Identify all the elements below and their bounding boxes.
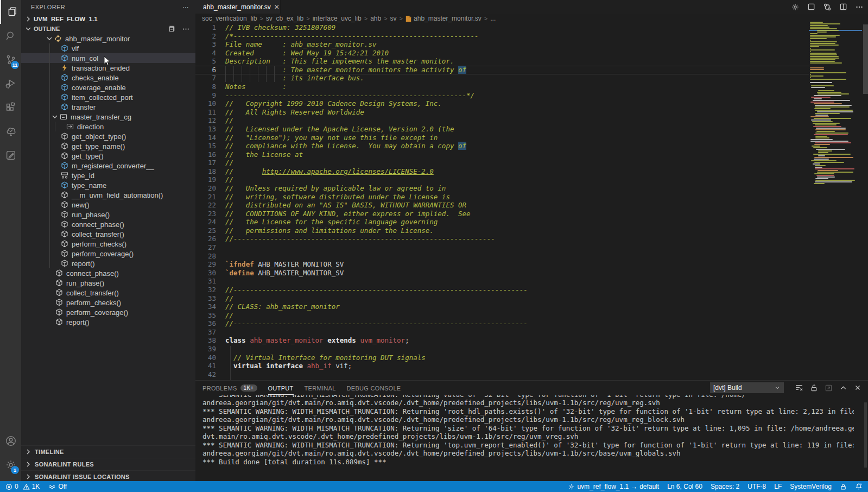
- output-console[interactable]: *** SEMANTIC WARNING: WIDTH_MISMATCH_TRU…: [202, 395, 854, 481]
- timeline-section[interactable]: TIMELINE: [21, 445, 195, 458]
- tab-close-icon[interactable]: ✕: [274, 3, 280, 11]
- notifications-bell-icon[interactable]: [855, 483, 863, 490]
- outline-item-perform_coverage[interactable]: perform_coverage(): [21, 249, 195, 258]
- settings-gear-icon[interactable]: [791, 3, 800, 11]
- code-line[interactable]: 9---------------------------------------…: [195, 91, 809, 100]
- outline-item-master_transfer_cg[interactable]: master_transfer_cg: [21, 112, 195, 122]
- code-line[interactable]: 22// distributed on an "AS IS" BASIS, WI…: [195, 201, 809, 210]
- code-line[interactable]: 7 : its interface bus.: [195, 74, 809, 83]
- outline-item-direction[interactable]: direction: [21, 122, 195, 131]
- outline-section-header[interactable]: OUTLINE: [21, 24, 195, 34]
- code-line[interactable]: 2/*-------------------------------------…: [195, 32, 809, 41]
- code-line[interactable]: 30`define AHB_MASTER_MONITOR_SV: [195, 269, 809, 277]
- clear-output-icon[interactable]: [795, 383, 803, 392]
- encoding[interactable]: UTF-8: [747, 483, 766, 490]
- outline-item-run_phase[interactable]: run_phase(): [21, 210, 195, 219]
- outline-item-new[interactable]: new(): [21, 200, 195, 210]
- outline-item-perform_checks[interactable]: perform_checks(): [21, 298, 195, 307]
- code-line[interactable]: 15// compliance with the License. You ma…: [195, 142, 809, 150]
- minimap[interactable]: [809, 22, 862, 195]
- search-icon[interactable]: [0, 24, 21, 48]
- outline-item-coverage_enable[interactable]: coverage_enable: [21, 83, 195, 92]
- code-line[interactable]: 6 : The master monitor monitors the acti…: [195, 66, 809, 74]
- code-editor[interactable]: 1// IVB checksum: 32518076092/*---------…: [195, 23, 809, 380]
- code-line[interactable]: 4Created : Wed May 19 15:42:21 2010: [195, 49, 809, 58]
- split-editor-icon[interactable]: [839, 3, 847, 11]
- sonarlint-issue-locations-section[interactable]: SONARLINT ISSUE LOCATIONS: [21, 470, 195, 481]
- code-line[interactable]: 12//: [195, 116, 809, 125]
- accounts-icon[interactable]: [0, 429, 21, 453]
- workspace-section[interactable]: UVM_REF_FLOW_1.1: [21, 14, 195, 24]
- collapse-all-icon[interactable]: [167, 25, 175, 33]
- code-line[interactable]: 10// Copyright 1999-2010 Cadence Design …: [195, 99, 809, 108]
- outline-item-m_registered_converter__[interactable]: m_registered_converter__: [21, 161, 195, 171]
- tab-ahb_master_monitor[interactable]: ahb_master_monitor.sv ✕: [195, 0, 281, 14]
- code-line[interactable]: 24// the License for the specific langua…: [195, 218, 809, 226]
- breadcrumb-item[interactable]: ...: [490, 15, 496, 22]
- cursor-position[interactable]: Ln 6, Col 60: [667, 483, 702, 490]
- code-line[interactable]: 13// Licensed under the Apache License, …: [195, 125, 809, 134]
- code-line[interactable]: 42: [195, 370, 809, 379]
- outline-item-report[interactable]: report(): [21, 258, 195, 268]
- editor-scrollbar[interactable]: [863, 24, 868, 94]
- outline-item-type_name[interactable]: type_name: [21, 180, 195, 190]
- tab-problems[interactable]: PROBLEMS 1K+: [202, 381, 257, 395]
- code-line[interactable]: 40 // Virtual Interface for monitoring D…: [195, 354, 809, 362]
- code-line[interactable]: 19//: [195, 175, 809, 184]
- code-line[interactable]: 27: [195, 243, 809, 252]
- outline-item-ahb_master_monitor[interactable]: ahb_master_monitor: [21, 34, 195, 43]
- code-line[interactable]: 11// All Rights Reserved Worldwide: [195, 108, 809, 117]
- outline-item-report[interactable]: report(): [21, 317, 195, 327]
- tab-terminal[interactable]: TERMINAL: [305, 381, 336, 395]
- outline-item-get_type_name[interactable]: get_type_name(): [21, 141, 195, 151]
- dvt-pencil-icon[interactable]: [0, 143, 21, 167]
- code-line[interactable]: 1// IVB checksum: 3251807609: [195, 23, 809, 32]
- code-line[interactable]: 33//: [195, 294, 809, 303]
- outline-item-perform_coverage[interactable]: perform_coverage(): [21, 307, 195, 317]
- source-control-icon[interactable]: 11: [0, 48, 21, 72]
- extensions-icon[interactable]: [0, 96, 21, 119]
- code-line[interactable]: 29`ifndef AHB_MASTER_MONITOR_SV: [195, 260, 809, 269]
- code-line[interactable]: 34// CLASS: ahb_master_monitor: [195, 302, 809, 311]
- output-channel-select[interactable]: [dvt] Build: [710, 382, 784, 393]
- explorer-more-icon[interactable]: ⋯: [183, 4, 189, 11]
- outline-item-item_collected_port[interactable]: item_collected_port: [21, 92, 195, 102]
- code-line[interactable]: 35//: [195, 311, 809, 320]
- code-line[interactable]: 25// permissions and limitations under t…: [195, 226, 809, 235]
- outline-item-run_phase[interactable]: run_phase(): [21, 278, 195, 288]
- code-line[interactable]: 32//------------------------------------…: [195, 286, 809, 294]
- sonarlint-rules-section[interactable]: SONARLINT RULES: [21, 458, 195, 470]
- breadcrumb-item[interactable]: interface_uvc_lib: [313, 15, 362, 22]
- code-line[interactable]: 14// "License"); you may not use this fi…: [195, 134, 809, 142]
- outline-item-collect_transfer[interactable]: collect_transfer(): [21, 229, 195, 239]
- breadcrumb-item[interactable]: sv: [390, 15, 397, 22]
- code-line[interactable]: 8Notes :: [195, 83, 809, 91]
- outline-item-connect_phase[interactable]: connect_phase(): [21, 219, 195, 229]
- code-line[interactable]: 26//------------------------------------…: [195, 235, 809, 243]
- manage-gear-icon[interactable]: 1: [0, 453, 21, 477]
- eol-sequence[interactable]: LF: [774, 483, 782, 490]
- close-panel-icon[interactable]: [854, 384, 861, 392]
- outline-item-get_object_type[interactable]: get_object_type(): [21, 131, 195, 141]
- code-line[interactable]: 21// writing, software distributed under…: [195, 193, 809, 201]
- code-line[interactable]: 16// the License at: [195, 150, 809, 159]
- tab-output[interactable]: OUTPUT: [268, 381, 294, 395]
- code-line[interactable]: 18// http://www.apache.org/licenses/LICE…: [195, 167, 809, 176]
- outline-item-connect_phase[interactable]: connect_phase(): [21, 268, 195, 278]
- verification-tree-icon[interactable]: [0, 119, 21, 143]
- lock-icon[interactable]: [840, 483, 847, 490]
- outline-item-__m_uvm_field_automation[interactable]: __m_uvm_field_automation(): [21, 190, 195, 200]
- code-line[interactable]: 3File name : ahb_master_monitor.sv: [195, 40, 809, 49]
- run-debug-icon[interactable]: [0, 72, 21, 96]
- code-line[interactable]: 28: [195, 252, 809, 261]
- code-line[interactable]: 37: [195, 328, 809, 337]
- outline-item-get_type[interactable]: get_type(): [21, 151, 195, 161]
- open-in-editor-icon[interactable]: [825, 384, 833, 392]
- code-line[interactable]: 41 virtual interface ahb_if vif;: [195, 362, 809, 370]
- code-line[interactable]: 5Description : This file implements the …: [195, 57, 809, 66]
- tab-debug-console[interactable]: DEBUG CONSOLE: [347, 381, 401, 395]
- compare-changes-icon[interactable]: [823, 3, 832, 11]
- code-line[interactable]: 38class ahb_master_monitor extends uvm_m…: [195, 336, 809, 345]
- problems-status[interactable]: 0 1K: [5, 483, 40, 490]
- more-actions-icon[interactable]: [855, 3, 864, 11]
